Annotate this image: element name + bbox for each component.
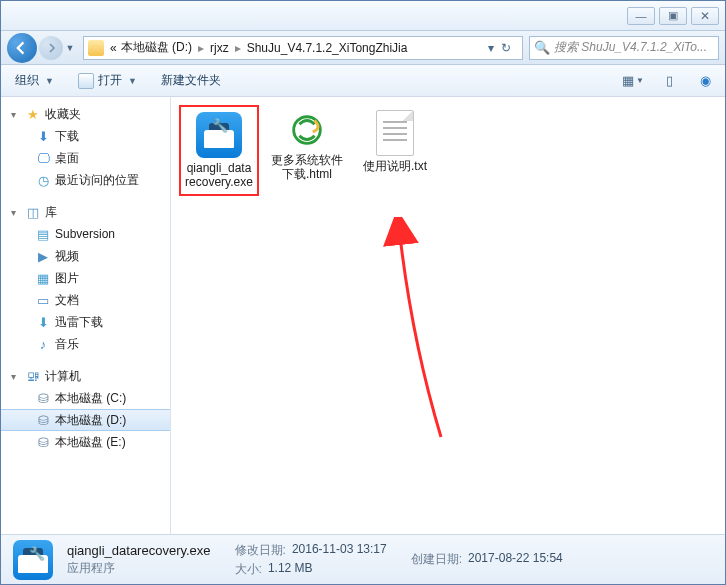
view-options-button[interactable]: ▦▼ xyxy=(621,70,645,92)
breadcrumb-dropdown[interactable]: ▾ xyxy=(488,41,494,55)
file-pane[interactable]: 🔧 qiangli_datarecovery.exe 更多系统软件下载.html… xyxy=(171,97,725,534)
sidebar-label: 本地磁盘 (E:) xyxy=(55,434,126,451)
sidebar-label: Subversion xyxy=(55,227,115,241)
sidebar-label: 图片 xyxy=(55,270,79,287)
sidebar-documents[interactable]: ▭文档 xyxy=(1,289,170,311)
open-label: 打开 xyxy=(98,72,122,89)
back-button[interactable] xyxy=(7,33,37,63)
sidebar-label: 本地磁盘 (C:) xyxy=(55,390,126,407)
organize-label: 组织 xyxy=(15,72,39,89)
breadcrumb-item[interactable]: rjxz xyxy=(208,39,231,57)
details-pane: 🔧 qiangli_datarecovery.exe 应用程序 修改日期:201… xyxy=(1,534,725,584)
refresh-button[interactable]: ↻ xyxy=(498,41,514,55)
sidebar-libraries[interactable]: ▾◫库 xyxy=(1,201,170,223)
drive-icon: ⛁ xyxy=(35,434,51,450)
status-main: qiangli_datarecovery.exe 应用程序 xyxy=(67,543,211,577)
sidebar-label: 文档 xyxy=(55,292,79,309)
sidebar-videos[interactable]: ▶视频 xyxy=(1,245,170,267)
sidebar-label: 收藏夹 xyxy=(45,106,81,123)
sidebar-downloads[interactable]: ⬇下载 xyxy=(1,125,170,147)
sidebar-music[interactable]: ♪音乐 xyxy=(1,333,170,355)
body: ▾★收藏夹 ⬇下载 🖵桌面 ◷最近访问的位置 ▾◫库 ▤Subversion ▶… xyxy=(1,97,725,534)
xunlei-icon: ⬇ xyxy=(35,314,51,330)
maximize-button[interactable]: ▣ xyxy=(659,7,687,25)
minimize-button[interactable]: — xyxy=(627,7,655,25)
file-name: 使用说明.txt xyxy=(363,159,427,173)
status-meta-left: 修改日期:2016-11-03 13:17 大小:1.12 MB xyxy=(235,542,387,578)
file-name: 更多系统软件下载.html xyxy=(271,153,343,182)
sidebar-subversion[interactable]: ▤Subversion xyxy=(1,223,170,245)
sidebar: ▾★收藏夹 ⬇下载 🖵桌面 ◷最近访问的位置 ▾◫库 ▤Subversion ▶… xyxy=(1,97,171,534)
chevron-down-icon: ▼ xyxy=(45,76,54,86)
sidebar-label: 音乐 xyxy=(55,336,79,353)
titlebar: — ▣ ✕ xyxy=(1,1,725,31)
subversion-icon: ▤ xyxy=(35,226,51,242)
breadcrumb-prefix: « xyxy=(108,39,119,57)
forward-button[interactable] xyxy=(39,36,63,60)
status-filename: qiangli_datarecovery.exe xyxy=(67,543,211,558)
music-icon: ♪ xyxy=(35,336,51,352)
sidebar-favorites[interactable]: ▾★收藏夹 xyxy=(1,103,170,125)
chevron-right-icon: ▸ xyxy=(194,41,208,55)
search-input[interactable]: 🔍 搜索 ShuJu_V4.7.1.2_XiTo... xyxy=(529,36,719,60)
status-filetype: 应用程序 xyxy=(67,560,211,577)
sidebar-label: 视频 xyxy=(55,248,79,265)
sidebar-pictures[interactable]: ▦图片 xyxy=(1,267,170,289)
created-label: 创建日期: xyxy=(411,551,462,568)
Selected-file-icon: 🔧 xyxy=(13,540,53,580)
status-meta-right: 创建日期:2017-08-22 15:54 xyxy=(411,551,563,568)
open-button[interactable]: 打开 ▼ xyxy=(72,69,143,92)
sidebar-drive-e[interactable]: ⛁本地磁盘 (E:) xyxy=(1,431,170,453)
sidebar-label: 下载 xyxy=(55,128,79,145)
search-placeholder: 搜索 ShuJu_V4.7.1.2_XiTo... xyxy=(554,39,714,56)
file-item-txt[interactable]: 使用说明.txt xyxy=(359,109,431,173)
sidebar-desktop[interactable]: 🖵桌面 xyxy=(1,147,170,169)
new-folder-label: 新建文件夹 xyxy=(161,72,221,89)
pictures-icon: ▦ xyxy=(35,270,51,286)
sidebar-drive-d[interactable]: ⛁本地磁盘 (D:) xyxy=(1,409,170,431)
folder-icon xyxy=(88,40,104,56)
search-icon: 🔍 xyxy=(534,40,550,55)
chevron-right-icon: ▸ xyxy=(231,41,245,55)
collapse-icon: ▾ xyxy=(11,371,21,382)
size-value: 1.12 MB xyxy=(268,561,313,578)
modified-value: 2016-11-03 13:17 xyxy=(292,542,387,559)
nav-buttons: ▼ xyxy=(7,33,77,63)
sidebar-label: 桌面 xyxy=(55,150,79,167)
size-label: 大小: xyxy=(235,561,262,578)
nav-history-dropdown[interactable]: ▼ xyxy=(63,36,77,60)
toolbar: 组织 ▼ 打开 ▼ 新建文件夹 ▦▼ ▯ ◉ xyxy=(1,65,725,97)
file-name: qiangli_datarecovery.exe xyxy=(185,161,253,190)
drive-icon: ⛁ xyxy=(35,390,51,406)
sidebar-computer[interactable]: ▾🖳计算机 xyxy=(1,365,170,387)
file-item-exe[interactable]: 🔧 qiangli_datarecovery.exe xyxy=(183,109,255,192)
sidebar-recent[interactable]: ◷最近访问的位置 xyxy=(1,169,170,191)
libraries-icon: ◫ xyxy=(25,204,41,220)
organize-button[interactable]: 组织 ▼ xyxy=(9,69,60,92)
preview-pane-button[interactable]: ▯ xyxy=(657,70,681,92)
breadcrumb-item[interactable]: 本地磁盘 (D:) xyxy=(119,37,194,58)
breadcrumb[interactable]: « 本地磁盘 (D:) ▸ rjxz ▸ ShuJu_V4.7.1.2_XiTo… xyxy=(83,36,523,60)
help-button[interactable]: ◉ xyxy=(693,70,717,92)
breadcrumb-item[interactable]: ShuJu_V4.7.1.2_XiTongZhiJia xyxy=(245,39,410,57)
computer-icon: 🖳 xyxy=(25,368,41,384)
address-bar: ▼ « 本地磁盘 (D:) ▸ rjxz ▸ ShuJu_V4.7.1.2_Xi… xyxy=(1,31,725,65)
documents-icon: ▭ xyxy=(35,292,51,308)
collapse-icon: ▾ xyxy=(11,207,21,218)
sidebar-label: 计算机 xyxy=(45,368,81,385)
file-item-html[interactable]: 更多系统软件下载.html xyxy=(271,109,343,182)
created-value: 2017-08-22 15:54 xyxy=(468,551,563,568)
modified-label: 修改日期: xyxy=(235,542,286,559)
sidebar-xunlei[interactable]: ⬇迅雷下载 xyxy=(1,311,170,333)
downloads-icon: ⬇ xyxy=(35,128,51,144)
close-button[interactable]: ✕ xyxy=(691,7,719,25)
new-folder-button[interactable]: 新建文件夹 xyxy=(155,69,227,92)
explorer-window: — ▣ ✕ ▼ « 本地磁盘 (D:) ▸ rjxz ▸ ShuJu_V4.7.… xyxy=(0,0,726,585)
videos-icon: ▶ xyxy=(35,248,51,264)
recent-icon: ◷ xyxy=(35,172,51,188)
back-arrow-icon xyxy=(15,41,29,55)
sidebar-drive-c[interactable]: ⛁本地磁盘 (C:) xyxy=(1,387,170,409)
sidebar-label: 库 xyxy=(45,204,57,221)
breadcrumb-controls: ▾ ↻ xyxy=(484,41,518,55)
annotation-arrow xyxy=(351,217,471,457)
